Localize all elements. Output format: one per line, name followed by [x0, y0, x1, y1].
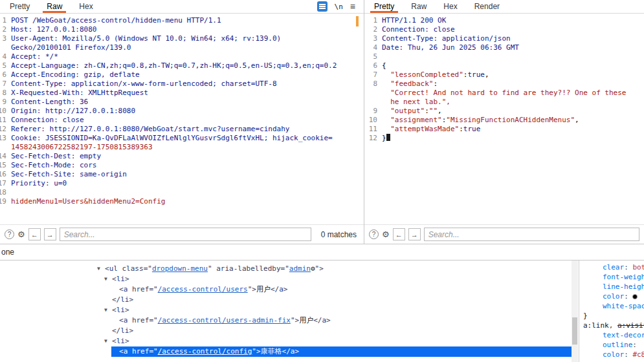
code-text: Sec-Fetch-Dest: empty — [11, 152, 101, 161]
css-rules-panel[interactable]: clear: bothfont-weight:line-height:color… — [579, 261, 644, 362]
css-rule-line[interactable]: white-space: — [579, 301, 644, 311]
markup-node[interactable]: </li> — [0, 295, 572, 305]
css-token: color — [603, 292, 624, 301]
markup-token: href — [132, 284, 150, 295]
text-cursor — [386, 134, 390, 141]
code-text: "output":"", — [382, 107, 442, 116]
markup-token: </ — [282, 346, 291, 357]
color-swatch[interactable] — [632, 294, 638, 299]
tab-hex[interactable]: Hex — [435, 0, 465, 13]
request-panel: PrettyRawHex \n ≡ 1POST /WebGoat/access-… — [0, 0, 364, 244]
code-text: "attemptWasMade":true — [382, 125, 480, 134]
gear-icon[interactable]: ⚙ — [382, 229, 390, 239]
tab-pretty[interactable]: Pretty — [1, 0, 38, 13]
code-line: 7 "lessonCompleted":true, — [364, 70, 644, 80]
gear-icon: ⚙ — [311, 264, 315, 274]
code-line: 13Cookie: JSESSIONID=Ka-QvDFLaAlWVOIZfLe… — [0, 134, 364, 143]
tab-raw[interactable]: Raw — [403, 0, 435, 13]
markup-token: /access-control/config — [158, 346, 252, 357]
markup-token: < — [105, 264, 109, 274]
code-text: Accept: */* — [11, 52, 58, 61]
code-line: "Correct! And not hard to find are they?… — [364, 89, 644, 98]
response-viewer[interactable]: 1HTTP/1.1 200 OK2Connection: close3Conte… — [364, 14, 644, 224]
markup-token: li — [120, 295, 129, 305]
code-line: 8 "feedback": — [364, 80, 644, 89]
css-rule-line[interactable]: color: #c84 — [579, 350, 644, 359]
markup-node[interactable]: <a href="/access-control/users-admin-fix… — [0, 315, 572, 326]
next-match-button[interactable]: → — [44, 228, 56, 240]
css-token: , — [609, 321, 617, 330]
pretty-print-icon[interactable] — [317, 1, 328, 12]
menu-icon[interactable]: ≡ — [350, 1, 355, 12]
line-number: 9 — [367, 107, 377, 116]
markup-node[interactable]: </li> — [0, 326, 572, 336]
css-rule-line[interactable]: line-height: — [579, 282, 644, 292]
markup-token: </ — [112, 326, 120, 336]
code-line: 12Referer: http://127.0.0.1:8080/WebGoat… — [0, 125, 364, 134]
line-number: 11 — [0, 116, 6, 125]
code-text: "lessonCompleted":true, — [382, 70, 489, 80]
css-rule-line[interactable]: text-decora — [579, 330, 644, 340]
markup-token — [128, 315, 132, 326]
line-number: 6 — [0, 70, 6, 80]
markup-node[interactable]: ▼<li> — [0, 336, 572, 346]
css-token: line-height — [603, 282, 644, 291]
help-icon[interactable]: ? — [369, 229, 379, 239]
markup-token: a — [291, 346, 295, 357]
code-line: 16Sec-Fetch-Site: same-origin — [0, 170, 364, 179]
css-rule-line[interactable]: outline: — [579, 340, 644, 350]
markup-token: aria-labelledby — [216, 264, 280, 274]
css-token: font-weight — [603, 273, 644, 281]
code-text: Gecko/20100101 Firefox/139.0 — [11, 43, 131, 52]
request-search-input[interactable] — [60, 228, 311, 241]
line-number: 8 — [367, 80, 377, 89]
expand-arrow-icon[interactable]: ▼ — [104, 305, 112, 315]
css-rule-line[interactable]: clear: both — [579, 262, 644, 272]
css-token: both — [632, 263, 644, 272]
markup-token: < — [112, 274, 117, 284]
status-text: one — [1, 248, 14, 257]
expand-arrow-icon[interactable]: ▼ — [97, 264, 105, 274]
code-line: 3Content-Type: application/json — [364, 34, 644, 43]
request-editor[interactable]: 1POST /WebGoat/access-control/hidden-men… — [0, 14, 364, 224]
markup-token: "> — [315, 264, 324, 274]
css-rule-line[interactable]: font-weight: — [579, 272, 644, 282]
markup-node[interactable]: ▼<li> — [0, 274, 572, 284]
markup-view[interactable]: ▼<ul class="dropdown-menu" aria-labelled… — [0, 261, 572, 362]
markup-node[interactable]: ▼<ul class="dropdown-menu" aria-labelled… — [0, 264, 572, 274]
help-icon[interactable]: ? — [5, 229, 14, 239]
expand-arrow-icon[interactable]: ▼ — [104, 336, 112, 346]
css-token: color — [603, 350, 624, 359]
prev-match-button[interactable]: ← — [393, 228, 405, 240]
markup-node[interactable]: ▼<li> — [0, 305, 572, 315]
line-number: 13 — [0, 134, 6, 143]
response-search-input[interactable] — [424, 228, 639, 241]
code-text: "Correct! And not hard to find are they?… — [382, 89, 627, 98]
prev-match-button[interactable]: ← — [28, 228, 41, 240]
css-rule-line[interactable]: a:link, a:visit — [579, 321, 644, 330]
css-token: } — [583, 312, 588, 320]
tab-hex[interactable]: Hex — [71, 0, 101, 13]
tab-render[interactable]: Render — [466, 0, 508, 13]
css-token: : — [632, 341, 637, 349]
markup-token: =" — [149, 346, 157, 357]
markup-token: li — [117, 336, 125, 346]
markup-token: li — [117, 274, 125, 284]
css-rule-line[interactable]: color: — [579, 292, 644, 301]
markup-node[interactable]: <a href="/access-control/config">康菲格</a> — [0, 346, 572, 357]
code-text: HTTP/1.1 200 OK — [382, 16, 446, 25]
request-tabs: PrettyRawHex \n ≡ — [0, 0, 364, 14]
markup-token: 用户 — [299, 315, 313, 326]
markup-scrollbar[interactable] — [572, 261, 578, 362]
css-rule-line[interactable]: } — [579, 311, 644, 321]
tab-pretty[interactable]: Pretty — [366, 0, 403, 13]
gear-icon[interactable]: ⚙ — [17, 229, 25, 239]
next-match-button[interactable]: → — [408, 228, 421, 240]
scrollbar-thumb[interactable] — [572, 317, 577, 345]
newline-toggle-icon[interactable]: \n — [335, 3, 343, 11]
code-text: he next lab.", — [382, 98, 450, 107]
tab-raw[interactable]: Raw — [38, 0, 71, 13]
code-text: hiddenMenu1=Users&hiddenMenu2=Config — [11, 197, 165, 206]
expand-arrow-icon[interactable]: ▼ — [104, 274, 112, 284]
markup-node[interactable]: <a href="/access-control/users">用户</a> — [0, 284, 572, 295]
